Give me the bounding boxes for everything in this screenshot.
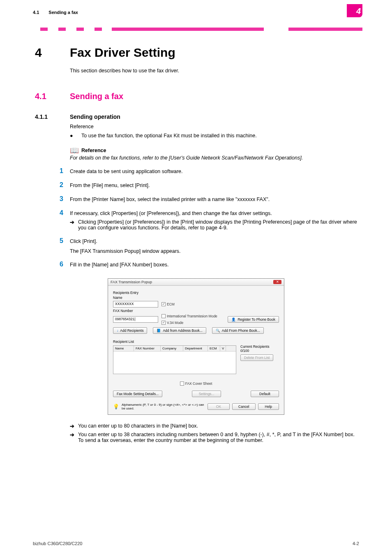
fax-mode-details-button[interactable]: Fax Mode Setting Details... [113, 391, 162, 397]
page-content: 4Fax Driver Setting This section describ… [0, 46, 392, 443]
fax-dialog: FAX Transmission Popup ✕ Recipients Entr… [108, 278, 284, 415]
arrow-icon: ➔ [70, 219, 78, 231]
close-icon[interactable]: ✕ [273, 280, 281, 284]
settings-button[interactable]: Settings... [192, 391, 221, 397]
header-section-title: Sending a fax [48, 10, 78, 15]
chapter-intro: This section describes how to use the fa… [70, 68, 357, 74]
cover-sheet-label: FAX Cover Sheet [185, 382, 212, 386]
step-3: 3 From the [Printer Name] box, select th… [60, 195, 357, 203]
step-4: 4 If necessary, click [Properties] (or [… [60, 209, 357, 217]
step-number: 5 [60, 237, 70, 245]
step-text: From the [Printer Name] box, select the … [70, 197, 357, 202]
reference-heading-text: Reference [81, 148, 106, 153]
fax-number-input[interactable]: 0987654321| [113, 316, 158, 323]
note-text: You can enter up to 38 characters includ… [78, 432, 357, 443]
step-text: Create data to be sent using application… [70, 169, 357, 174]
step-1: 1 Create data to be sent using applicati… [60, 167, 357, 175]
bullet-icon: ● [70, 132, 81, 140]
steps-list: 1 Create data to be sent using applicati… [60, 167, 357, 268]
add-from-phone-book-button[interactable]: 🔍Add From Phone Book... [212, 327, 264, 334]
subsection-number: 4.1.1 [35, 113, 70, 120]
current-recipients-count: Current Recipients 0/100 [240, 345, 279, 353]
subsection-title: Sending operation [70, 113, 120, 120]
page-header: 4.1 Sending a fax 4 [0, 0, 392, 23]
person-icon: 👤 [231, 317, 236, 321]
v34-label: V.34 Mode [167, 321, 183, 325]
register-phone-book-button[interactable]: 👤Register To Phone Book [228, 316, 279, 323]
recipients-entry-label: Recipients Entry [113, 291, 279, 295]
col-company: Company [161, 346, 183, 351]
section-number: 4.1 [35, 92, 70, 101]
table-header: Name FAX Number Company Department ECM V [113, 346, 236, 352]
help-button[interactable]: Help [258, 403, 279, 410]
delete-from-list-button[interactable]: Delete From List [240, 354, 273, 361]
lightbulb-icon: 💡 [113, 404, 119, 409]
chapter-number-badge: 4 [347, 4, 362, 17]
step-6: 6 Fill in the [Name] and [FAX Number] bo… [60, 261, 357, 268]
step-4-sub: ➔ Clicking [Properties] (or [Preferences… [70, 219, 357, 231]
ok-button[interactable]: OK [208, 403, 230, 410]
step-number: 3 [60, 195, 70, 203]
step-number: 1 [60, 167, 70, 175]
step-text: From the [File] menu, select [Print]. [70, 183, 357, 188]
section-title: Sending a fax [70, 92, 123, 101]
reference-box-body: For details on the fax functions, refer … [70, 155, 357, 161]
running-header: 4.1 Sending a fax [33, 10, 359, 15]
down-arrow-icon: ↓ [117, 328, 118, 333]
post-note-a: ➔ You can enter up to 80 characters in t… [70, 423, 357, 429]
cover-sheet-checkbox[interactable]: FAX Cover Sheet [180, 382, 212, 386]
col-ecm: ECM [208, 346, 220, 351]
col-department: Department [183, 346, 208, 351]
recipient-list-label: Recipient List [113, 340, 279, 344]
footer-right: 4-2 [353, 541, 359, 546]
substep-text: Clicking [Properties] (or [Preferences])… [78, 219, 357, 231]
search-icon: 🔍 [216, 328, 220, 333]
reference-bullet-row: ● To use the fax function, the optional … [70, 132, 357, 140]
recipient-table[interactable]: Name FAX Number Company Department ECM V [113, 345, 236, 374]
ecm-checkbox[interactable]: ✓ECM [161, 302, 175, 306]
header-section-number: 4.1 [33, 10, 39, 15]
default-button[interactable]: Default [251, 391, 279, 397]
tip-text: Alphanumeric (P, T or 0 - 9) or sign (<#… [122, 403, 205, 410]
dialog-titlebar: FAX Transmission Popup ✕ [108, 279, 284, 286]
v34-checkbox[interactable]: ✓V.34 Mode [161, 321, 183, 325]
arrow-icon: ➔ [70, 423, 78, 429]
footer-left: bizhub C360/C280/C220 [33, 541, 82, 546]
name-label: Name [113, 296, 279, 300]
step-number: 2 [60, 181, 70, 189]
intl-mode-label: International Transmission Mode [167, 314, 217, 318]
note-text: You can enter up to 80 characters in the… [78, 423, 357, 429]
step-2: 2 From the [File] menu, select [Print]. [60, 181, 357, 189]
add-recipients-button[interactable]: ↓Add Recipients [113, 327, 147, 334]
col-name: Name [113, 346, 134, 351]
step-text: If necessary, click [Properties] (or [Pr… [70, 210, 357, 216]
add-from-address-book-button[interactable]: 📘Add from Address Book... [153, 327, 206, 334]
step-text: Click [Print]. [70, 238, 357, 244]
chapter-heading: 4Fax Driver Setting [35, 46, 357, 60]
col-fax-number: FAX Number [134, 346, 161, 351]
chapter-number: 4 [35, 46, 70, 60]
reference-label: Reference [70, 123, 357, 131]
step-5: 5 Click [Print]. The [FAX Transmission P… [60, 237, 357, 254]
page-footer: bizhub C360/C280/C220 4-2 [33, 541, 359, 546]
arrow-icon: ➔ [70, 432, 78, 443]
dialog-title-text: FAX Transmission Popup [111, 280, 152, 284]
step-text: Fill in the [Name] and [FAX Number] boxe… [70, 262, 357, 268]
section-heading: 4.1Sending a fax [35, 92, 357, 101]
intl-mode-checkbox[interactable]: International Transmission Mode [161, 314, 217, 318]
step-after-text: The [FAX Transmission Popup] window appe… [70, 248, 357, 254]
step-number: 6 [60, 261, 70, 268]
col-v: V [220, 346, 226, 351]
reference-box-heading: 📖 Reference [70, 146, 357, 155]
subsection-heading: 4.1.1Sending operation [35, 113, 357, 120]
decorative-bar [30, 28, 362, 31]
book-icon: 📘 [157, 328, 161, 333]
step-number: 4 [60, 209, 70, 217]
reference-bullet-text: To use the fax function, the optional Fa… [81, 132, 257, 140]
post-note-b: ➔ You can enter up to 38 characters incl… [70, 432, 357, 443]
cancel-button[interactable]: Cancel [232, 403, 255, 410]
ecm-label: ECM [167, 302, 175, 306]
book-icon: 📖 [70, 146, 79, 155]
fax-number-label: FAX Number [113, 309, 279, 313]
name-input[interactable]: XXXXXXXX [113, 301, 158, 308]
